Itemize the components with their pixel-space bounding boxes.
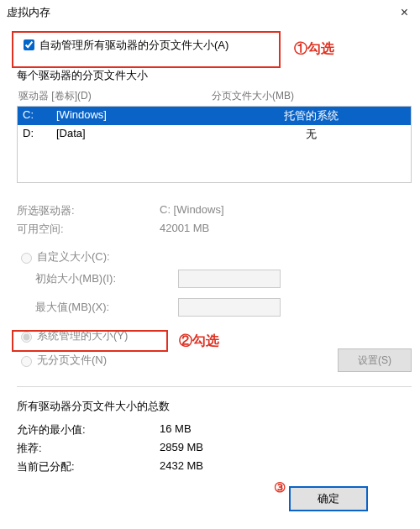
auto-manage-label: 自动管理所有驱动器的分页文件大小(A) xyxy=(39,38,228,53)
min-allowed-label: 允许的最小值: xyxy=(17,422,160,437)
pagefile-col-header: 分页文件大小(MB) xyxy=(212,89,410,103)
initial-size-label: 初始大小(MB)(I): xyxy=(17,271,178,286)
selected-drive-value: C: [Windows] xyxy=(160,203,224,218)
drive-name: [Data] xyxy=(56,127,216,142)
drive-name: [Windows] xyxy=(56,108,216,123)
drive-list[interactable]: C: [Windows] 托管的系统 D: [Data] 无 xyxy=(17,106,412,183)
ok-button[interactable]: 确定 xyxy=(289,486,368,511)
drive-letter: D: xyxy=(23,127,56,142)
set-button[interactable]: 设置(S) xyxy=(338,348,412,372)
dialog-title: 虚拟内存 xyxy=(7,5,50,20)
max-size-label: 最大值(MB)(X): xyxy=(17,300,178,315)
system-managed-label: 系统管理的大小(Y) xyxy=(37,328,128,343)
selected-drive-label: 所选驱动器: xyxy=(17,203,160,218)
no-pagefile-radio[interactable] xyxy=(21,356,32,367)
auto-manage-checkbox[interactable] xyxy=(24,39,34,50)
drive-col-header: 驱动器 [卷标](D) xyxy=(18,89,212,103)
totals-title: 所有驱动器分页文件大小的总数 xyxy=(17,399,412,414)
initial-size-input[interactable] xyxy=(178,270,281,288)
free-space-value: 42001 MB xyxy=(160,222,209,237)
drive-letter: C: xyxy=(23,108,56,123)
drive-pagefile: 托管的系统 xyxy=(216,108,406,123)
drive-row[interactable]: D: [Data] 无 xyxy=(18,125,411,144)
max-size-input[interactable] xyxy=(178,298,281,317)
min-allowed-value: 16 MB xyxy=(160,422,192,437)
recommended-value: 2859 MB xyxy=(160,441,203,456)
recommended-label: 推荐: xyxy=(17,441,160,456)
per-drive-title: 每个驱动器的分页文件大小 xyxy=(17,68,412,83)
free-space-label: 可用空间: xyxy=(17,222,160,237)
close-icon[interactable]: × xyxy=(397,5,412,20)
drive-pagefile: 无 xyxy=(216,127,406,142)
separator xyxy=(17,386,412,387)
allocated-value: 2432 MB xyxy=(160,459,203,474)
allocated-label: 当前已分配: xyxy=(17,459,160,474)
system-managed-radio[interactable] xyxy=(21,332,32,343)
no-pagefile-label: 无分页文件(N) xyxy=(37,353,107,368)
custom-size-label: 自定义大小(C): xyxy=(37,249,110,264)
drive-row[interactable]: C: [Windows] 托管的系统 xyxy=(18,107,411,125)
custom-size-radio[interactable] xyxy=(21,253,32,264)
